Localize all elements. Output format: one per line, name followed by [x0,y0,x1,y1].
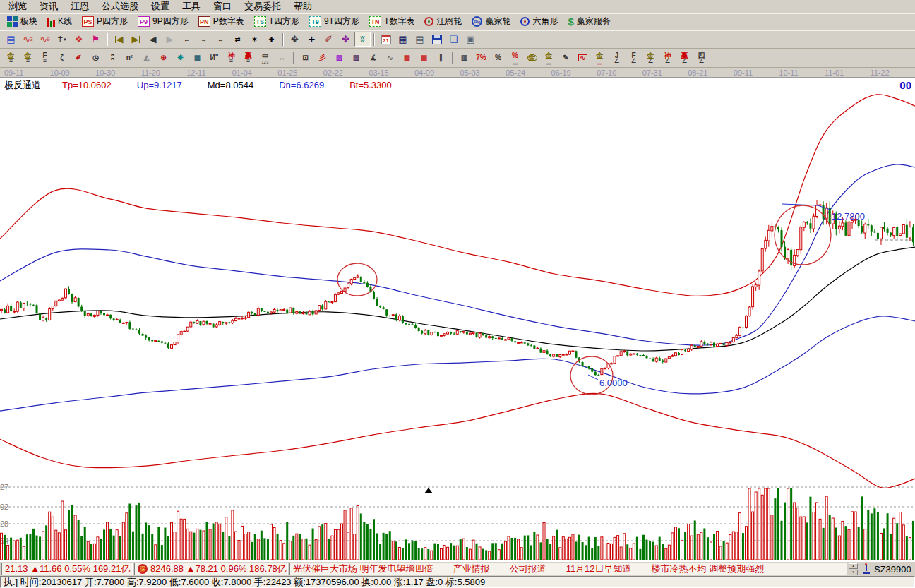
info-panel-icon[interactable]: ▤ [3,32,19,47]
span-arrow-icon[interactable]: ↔ [274,51,290,66]
export-image-icon[interactable]: ❏ [445,32,462,47]
fib-lines-icon[interactable]: F≡ [37,51,53,66]
wave-3-icon[interactable]: ∿3 [20,32,36,47]
zigzag-icon[interactable]: ∿ [382,51,398,66]
toolbar-button-blocks[interactable]: 板块 [4,14,41,29]
toolbar-button-p-square[interactable]: PSP四方形 [78,14,131,29]
notepad-icon[interactable]: ▤ [412,32,428,47]
menu-item-1[interactable]: 浏览 [2,0,33,13]
gann-grid-icon[interactable]: ▦ [399,51,415,66]
drag-hand-icon[interactable]: ✥ [287,32,303,47]
time-ruler-icon[interactable]: ʭ [104,51,121,66]
toolbar-separator [293,52,294,64]
zoom-fit-icon[interactable]: ✚ [263,32,280,47]
calculator-icon[interactable]: ▦ [395,32,411,47]
next-page-icon[interactable]: ▶ [162,32,178,47]
n-square-icon[interactable]: n² [121,51,138,66]
percent-icon[interactable]: % [490,51,506,66]
shift-left-icon[interactable]: ← [179,32,195,47]
pattern-search-icon[interactable]: ❖ [71,32,87,47]
angle-shen-icon[interactable]: 神∠ [659,51,676,66]
kline-chart[interactable]: 2792286412.78006.0000 [0,78,915,561]
golden-lines-icon[interactable]: 金▁ [541,51,557,66]
news-link[interactable]: 楼市冷热不均 调整预期强烈 [652,563,765,575]
shift-right-icon[interactable]: → [196,32,212,47]
print-icon[interactable]: ▣ [462,32,479,47]
angle-ying-icon[interactable]: 赢∠ [676,51,693,66]
menu-item-3[interactable]: 江恩 [64,0,95,13]
angle-line-icon[interactable]: ∡ [365,51,381,66]
angle-measure-icon[interactable]: ✐ [321,32,337,47]
save-icon[interactable] [429,32,445,47]
news-link[interactable]: 11月12日早知道 [566,563,632,575]
menu-item-7[interactable]: 窗口 [207,0,238,13]
first-page-icon[interactable]: ◀ [111,32,127,47]
ruler-123-icon[interactable]: ▭₁₂₃ [257,51,273,66]
last-page-icon[interactable]: ▶ [128,32,144,47]
angle-gold-icon[interactable]: 金∠ [642,51,659,66]
zoom-in-x-icon[interactable]: ⇄ [229,32,246,47]
toolbar-button-winner-service[interactable]: $赢家服务 [564,14,614,29]
parallel-lines-icon[interactable]: ∥ [433,51,449,66]
gann-fan-icon[interactable]: 彡 [314,51,330,66]
wave-box-icon[interactable]: ∿ [575,51,591,66]
menu-item-4[interactable]: 公式选股 [95,0,145,13]
box-grid-icon[interactable]: ▦ [189,51,205,66]
golden-underline-icon[interactable]: 金▁ [592,51,608,66]
news-link[interactable]: 产业情报 [453,563,490,575]
zoom-all-icon[interactable]: ✶ [246,32,263,47]
candle-type-icon[interactable]: ǂ▾ [54,32,70,47]
prev-page-icon[interactable]: ◀ [145,32,161,47]
angle-si-icon[interactable]: 四∠ [693,51,710,66]
cycle-circle-icon[interactable]: ◷ [88,51,104,66]
toolbar-button-winner-wheel[interactable]: Big赢家轮 [468,14,514,29]
toolbar-button-gann-wheel[interactable]: 江恩轮 [421,14,465,29]
kline-label: K线 [58,16,72,28]
percent-line-icon[interactable]: %▁ [507,51,523,66]
golden-section-2-icon[interactable]: 金≡ [20,51,36,66]
spinner-down-button[interactable]: ▾ [849,570,858,575]
news-link[interactable]: 光伏催巨大市场 明年发电望增四倍 [293,563,433,575]
smart-analysis-icon[interactable]: ʬ [354,32,371,47]
zoom-out-x-icon[interactable]: ↔ [213,32,229,47]
rect-select-icon[interactable]: ⊡ [297,51,313,66]
flag-stats-icon[interactable]: ⚑ [88,32,104,47]
menu-item-9[interactable]: 帮助 [287,0,318,13]
wave-9-icon[interactable]: ∿9 [37,32,53,47]
circle-center-icon[interactable]: ⊕ [155,51,172,66]
angle-f-icon[interactable]: F∠ [626,51,642,66]
spinner-up-button[interactable]: ▴ [849,563,858,569]
fan-box-2-icon[interactable]: ▧ [348,51,364,66]
toolbar-button-hexagon[interactable]: 六角形 [517,14,561,29]
toolbar-button-p-digit-table[interactable]: PNP数字表 [195,14,248,29]
percent-7-icon[interactable]: 7% [473,51,489,66]
toolbar-button-t-square[interactable]: TST四方形 [251,14,303,29]
indicator-value: Up=9.1217 [137,80,182,90]
golden-section-icon[interactable]: 金≡ [3,51,19,66]
menu-item-5[interactable]: 设置 [145,0,176,13]
golden-circle-icon[interactable]: 金 [524,51,540,66]
toolbar-button-9t-square[interactable]: T99T四方形 [306,14,363,29]
news-link[interactable]: 公司报道 [510,563,546,575]
ying-ruler-icon[interactable]: 赢≡ [240,51,256,66]
toolbar-button-kline[interactable]: K线 [44,14,76,29]
gann-tool-icon[interactable]: ✤ [337,32,354,47]
shen-ruler-icon[interactable]: 神≡ [223,51,239,66]
mirror-line-icon[interactable]: ◭ [138,51,155,66]
gann-grid-2-icon[interactable]: ▩ [416,51,432,66]
fan-box-icon[interactable]: ▨ [331,51,347,66]
menu-item-6[interactable]: 工具 [176,0,207,13]
angle-j-icon[interactable]: J∠ [609,51,625,66]
star-grid-icon[interactable]: ❋ [172,51,189,66]
toolbar-button-9p-square[interactable]: P99P四方形 [134,14,192,29]
menu-item-8[interactable]: 交易委托 [238,0,287,13]
menu-item-2[interactable]: 资讯 [33,0,64,13]
brush-icon[interactable]: ✐ [71,51,87,66]
price-panel-icon[interactable]: ▥ [456,51,472,66]
mark-pen-icon[interactable]: ✎ [558,51,574,66]
toolbar-button-t-digit-table[interactable]: TNT数字表 [366,14,418,29]
calendar-icon[interactable]: 21 [378,32,394,47]
spiral-icon[interactable]: ζ [54,51,70,66]
crosshair-icon[interactable]: + [304,32,320,47]
n-wave-icon[interactable]: И" [206,51,222,66]
